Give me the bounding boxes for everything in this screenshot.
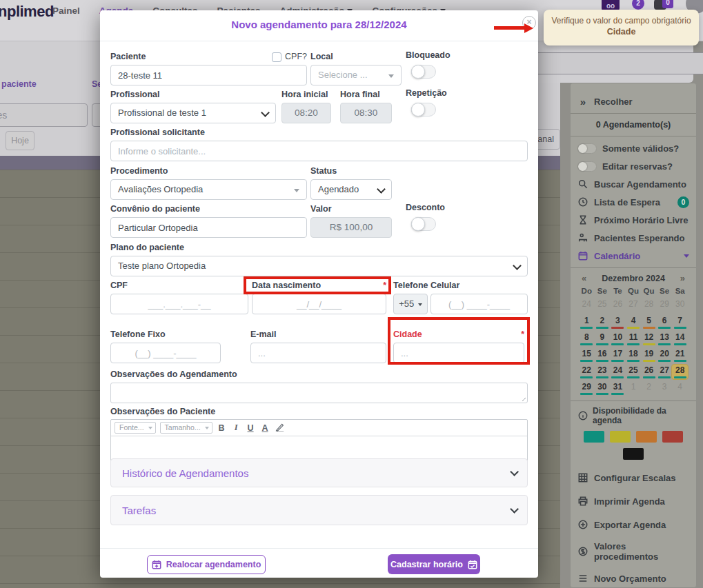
close-icon[interactable]: ×	[522, 16, 536, 30]
calendar-day-20[interactable]: 20	[657, 348, 673, 363]
desconto-toggle[interactable]	[411, 217, 436, 231]
availability-underline	[580, 393, 593, 395]
calendar-day-3[interactable]: 3	[657, 381, 673, 396]
calendar-day-23[interactable]: 23	[595, 365, 611, 379]
calendar-day-29[interactable]: 29	[579, 381, 595, 396]
repeticao-toggle[interactable]	[411, 103, 436, 116]
sidebar-item-pacientes-esperando[interactable]: Pacientes Esperando	[577, 231, 689, 245]
today-button[interactable]: Hoje	[6, 131, 34, 150]
bloqueado-toggle[interactable]	[411, 65, 436, 79]
calendar-day-11[interactable]: 11	[626, 332, 642, 346]
calendar-day-17[interactable]: 17	[610, 348, 626, 363]
sidebar-item-calendario[interactable]: Calendário	[577, 249, 689, 263]
realocar-button[interactable]: Realocar agendamento	[147, 555, 266, 574]
calendar-day-29[interactable]: 29	[657, 298, 673, 313]
cpf-checkbox[interactable]	[272, 52, 281, 62]
calendar-day-24[interactable]: 24	[579, 298, 595, 313]
sidebar-item-proximo-horario-livre[interactable]: Próximo Horário Livre	[577, 213, 689, 227]
data-nascimento-input[interactable]	[252, 294, 386, 314]
calendar-day-22[interactable]: 22	[579, 365, 595, 379]
calendar-day-21[interactable]: 21	[672, 348, 688, 363]
calendar-day-25[interactable]: 25	[595, 298, 611, 313]
calendar-day-28[interactable]: 28	[641, 298, 657, 313]
italic-button[interactable]: I	[231, 423, 241, 433]
calendar-day-9[interactable]: 9	[595, 332, 611, 346]
sidebar-toggles: Somente válidos?Editar reservas?	[577, 141, 689, 173]
calendar-day-4[interactable]: 4	[672, 381, 688, 396]
calendar-day-24[interactable]: 24	[610, 365, 626, 379]
telefone-fixo-input[interactable]	[110, 343, 221, 363]
font-color-button[interactable]: A	[260, 423, 270, 433]
availability-underline	[627, 343, 640, 345]
sidebar-item-configurar-escalas[interactable]: Configurar Escalas	[577, 471, 689, 485]
calendar-day-2[interactable]: 2	[641, 381, 657, 396]
calendar-day-2[interactable]: 2	[595, 315, 611, 330]
calendar-day-8[interactable]: 8	[579, 332, 595, 346]
calendar-day-5[interactable]: 5	[641, 315, 657, 330]
telefone-celular-input[interactable]	[430, 294, 528, 314]
calendar-day-14[interactable]: 14	[672, 332, 688, 346]
calendar-day-18[interactable]: 18	[626, 348, 642, 363]
calendar-day-13[interactable]: 13	[657, 332, 673, 346]
toggle[interactable]	[577, 143, 597, 154]
cpf-input[interactable]	[110, 294, 248, 314]
calendar-day-15[interactable]: 15	[579, 348, 595, 363]
procedimento-select[interactable]: Avaliações Ortopedia	[110, 179, 307, 200]
obs-agendamento-textarea[interactable]	[110, 383, 528, 403]
calendar-day-16[interactable]: 16	[595, 348, 611, 363]
size-select[interactable]: Tamanho...	[160, 422, 212, 434]
cadastrar-horario-button[interactable]: Cadastrar horário	[388, 554, 480, 574]
local-select[interactable]: Selecione ...	[310, 65, 402, 85]
calendar-day-1[interactable]: 1	[579, 315, 595, 330]
calendar-day-7[interactable]: 7	[672, 315, 688, 330]
tarefas-section[interactable]: Tarefas	[110, 495, 528, 525]
calendar-day-4[interactable]: 4	[626, 315, 642, 330]
availability-underline	[580, 327, 593, 329]
patient-search-input[interactable]: cientes	[0, 103, 88, 127]
sidebar-item-buscar-agendamento[interactable]: Buscar Agendamento	[577, 177, 689, 191]
calendar-day-3[interactable]: 3	[610, 315, 626, 330]
profissional-select[interactable]: Profissional de teste 1	[110, 103, 276, 123]
status-select[interactable]: Agendado	[310, 179, 392, 200]
sidebar-item-novo-orcamento[interactable]: Novo Orçamento	[577, 571, 689, 585]
pencil-icon[interactable]	[275, 423, 285, 434]
calendar-day-30[interactable]: 30	[672, 298, 688, 313]
collapse-sidebar-button[interactable]: » Recolher	[577, 94, 689, 108]
calendar-day-10[interactable]: 10	[610, 332, 626, 346]
day-number: 30	[675, 299, 684, 309]
paciente-input[interactable]	[110, 65, 307, 85]
email-input[interactable]	[250, 343, 386, 363]
plano-select[interactable]: Teste plano Ortopedia	[110, 256, 528, 276]
sidebar-item-lista-de-espera[interactable]: Lista de Espera0	[577, 195, 689, 209]
calendar-day-25[interactable]: 25	[626, 365, 642, 379]
profissional-solicitante-input[interactable]	[110, 141, 528, 161]
underline-button[interactable]: U	[246, 423, 256, 433]
calendar-prev-button[interactable]: «	[582, 273, 586, 283]
cidade-input[interactable]	[393, 343, 524, 363]
nav-item-painel[interactable]: Painel	[52, 6, 80, 16]
calendar-day-12[interactable]: 12	[641, 332, 657, 346]
calendar-day-1[interactable]: 1	[626, 381, 642, 396]
sidebar-item-exportar-agenda[interactable]: Exportar Agenda	[577, 518, 689, 531]
calendar-next-button[interactable]: »	[680, 273, 685, 283]
sidebar-item-valores-procedimentos[interactable]: Valores procedimentos	[577, 541, 689, 562]
bold-button[interactable]: B	[217, 423, 227, 433]
resize-handle-icon[interactable]	[519, 395, 526, 401]
calendar-day-30[interactable]: 30	[595, 381, 611, 396]
historico-section[interactable]: Histórico de Agendamentos	[110, 458, 528, 487]
calendar-day-6[interactable]: 6	[657, 315, 673, 330]
calendar-day-26[interactable]: 26	[641, 365, 657, 379]
calendar-day-19[interactable]: 19	[641, 348, 657, 363]
convenio-input[interactable]	[110, 217, 307, 238]
sidebar-item-label: Exportar Agenda	[594, 520, 666, 530]
email-label: E-mail	[250, 330, 386, 340]
calendar-day-28[interactable]: 28	[672, 365, 688, 379]
calendar-day-27[interactable]: 27	[657, 365, 673, 379]
country-code-select[interactable]: +55	[393, 294, 428, 314]
calendar-day-27[interactable]: 27	[626, 298, 642, 313]
font-select[interactable]: Fonte...	[115, 422, 156, 434]
calendar-day-31[interactable]: 31	[610, 381, 626, 396]
toggle[interactable]	[577, 161, 597, 172]
calendar-day-26[interactable]: 26	[610, 298, 626, 313]
sidebar-item-imprimir-agenda[interactable]: Imprimir Agenda	[577, 494, 689, 508]
